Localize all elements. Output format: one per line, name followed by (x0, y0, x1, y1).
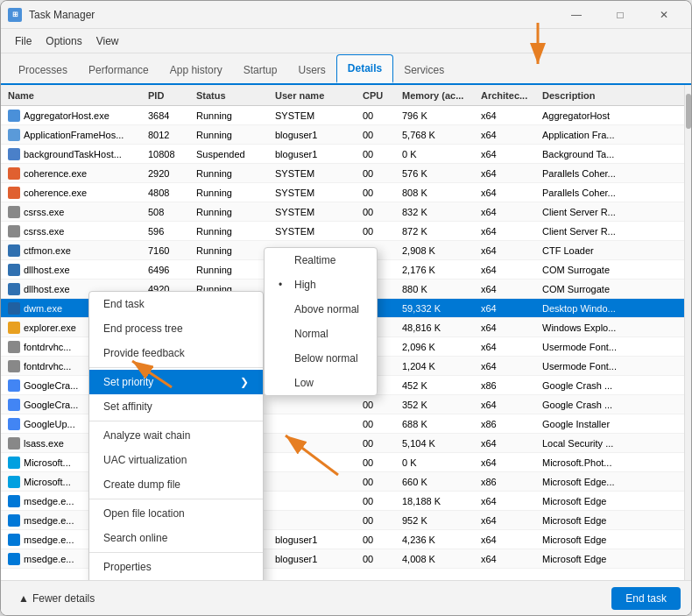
menu-bar: File Options View (1, 29, 691, 53)
process-name: ApplicationFrameHos... (4, 128, 145, 142)
menu-options[interactable]: Options (39, 32, 88, 51)
tab-app-history[interactable]: App history (159, 57, 233, 83)
process-name: csrss.exe (4, 224, 145, 238)
priority-realtime[interactable]: Realtime (265, 248, 377, 273)
priority-below-normal[interactable]: Below normal (265, 346, 377, 371)
ctx-open-file-location[interactable]: Open file location (89, 501, 263, 526)
process-arch: x64 (477, 399, 539, 411)
ctx-set-priority[interactable]: Set priority ❯ (89, 370, 263, 394)
ctx-set-affinity[interactable]: Set affinity (89, 394, 263, 419)
ctx-end-process-tree[interactable]: End process tree (89, 316, 263, 341)
table-row[interactable]: csrss.exe 508 Running SYSTEM 00 832 K x6… (1, 202, 691, 222)
process-arch: x86 (477, 379, 539, 392)
col-pid[interactable]: PID (145, 89, 193, 103)
col-cpu[interactable]: CPU (359, 89, 399, 103)
table-row[interactable]: coherence.exe 4808 Running SYSTEM 00 808… (1, 183, 691, 202)
tab-services[interactable]: Services (393, 57, 455, 83)
col-status[interactable]: Status (193, 89, 272, 103)
table-row[interactable]: csrss.exe 596 Running SYSTEM 00 872 K x6… (1, 222, 691, 241)
menu-file[interactable]: File (8, 32, 39, 51)
process-name: coherence.exe (4, 166, 145, 181)
process-memory: 660 K (399, 476, 477, 488)
process-pid: 2920 (145, 167, 193, 180)
process-name: AggregatorHost.exe (4, 109, 145, 123)
process-cpu: 00 (359, 553, 399, 565)
process-user (272, 520, 359, 521)
menu-view[interactable]: View (89, 32, 126, 51)
process-pid: 508 (145, 206, 193, 218)
priority-above-normal[interactable]: Above normal (265, 297, 377, 322)
process-memory: 872 K (399, 225, 477, 237)
scrollbar-thumb[interactable] (686, 94, 691, 129)
table-row[interactable]: AggregatorHost.exe 3684 Running SYSTEM 0… (1, 106, 691, 125)
ctx-go-to-services[interactable]: Go to service(s) (89, 579, 263, 580)
process-desc: Microsoft.Phot... (539, 457, 644, 469)
task-manager-window: ⊞ Task Manager — □ ✕ File Options View P… (0, 0, 692, 616)
priority-high[interactable]: • High (265, 273, 377, 297)
tab-details[interactable]: Details (336, 54, 393, 83)
process-user: SYSTEM (272, 225, 359, 237)
process-cpu: 00 (359, 148, 399, 160)
process-desc: Usermode Font... (539, 360, 644, 372)
col-name[interactable]: Name (4, 89, 145, 103)
end-task-button[interactable]: End task (611, 587, 681, 610)
col-memory[interactable]: Memory (ac... (399, 89, 477, 103)
process-user: SYSTEM (272, 187, 359, 199)
process-arch: x64 (477, 283, 539, 295)
process-user: SYSTEM (272, 167, 359, 180)
process-desc: Desktop Windo... (539, 302, 644, 315)
ctx-create-dump-file[interactable]: Create dump file (89, 472, 263, 497)
ctx-uac-virtualization[interactable]: UAC virtualization (89, 448, 263, 472)
table-row[interactable]: ApplicationFrameHos... 8012 Running blog… (1, 125, 691, 145)
process-pid: 10808 (145, 148, 193, 160)
process-status: Suspended (193, 148, 272, 160)
table-row[interactable]: backgroundTaskHost... 10808 Suspended bl… (1, 145, 691, 164)
process-status: Running (193, 167, 272, 180)
process-memory: 688 K (399, 418, 477, 430)
fewer-details-button[interactable]: ▲ Fewer details (11, 592, 102, 605)
priority-normal[interactable]: Normal (265, 322, 377, 346)
process-desc: Background Ta... (539, 148, 644, 160)
process-desc: Google Crash ... (539, 379, 644, 392)
col-username[interactable]: User name (272, 89, 359, 103)
process-cpu: 00 (359, 167, 399, 180)
process-arch: x64 (477, 457, 539, 469)
col-arch[interactable]: Architec... (477, 89, 539, 103)
process-pid: 8012 (145, 129, 193, 141)
process-cpu: 00 (359, 514, 399, 527)
process-memory: 2,908 K (399, 244, 477, 257)
minimize-button[interactable]: — (556, 2, 597, 28)
process-memory: 2,176 K (399, 264, 477, 276)
process-status: Running (193, 129, 272, 141)
process-memory: 880 K (399, 283, 477, 295)
col-desc[interactable]: Description (539, 89, 644, 103)
process-arch: x64 (477, 148, 539, 160)
close-button[interactable]: ✕ (644, 2, 684, 28)
ctx-end-task[interactable]: End task (89, 292, 263, 316)
table-row[interactable]: coherence.exe 2920 Running SYSTEM 00 576… (1, 164, 691, 183)
tab-startup[interactable]: Startup (233, 57, 288, 83)
ctx-properties[interactable]: Properties (89, 555, 263, 579)
process-status: Running (193, 225, 272, 237)
maximize-button[interactable]: □ (600, 2, 640, 28)
priority-low[interactable]: Low (265, 371, 377, 395)
process-memory: 48,816 K (399, 322, 477, 334)
process-user: bloguser1 (272, 148, 359, 160)
scrollbar-track[interactable] (684, 85, 691, 580)
process-desc: Local Security ... (539, 437, 644, 450)
ctx-search-online[interactable]: Search online (89, 526, 263, 550)
process-user: bloguser1 (272, 534, 359, 546)
tab-processes[interactable]: Processes (8, 57, 78, 83)
process-cpu: 00 (359, 437, 399, 450)
process-desc: Microsoft Edge (539, 534, 644, 546)
ctx-provide-feedback[interactable]: Provide feedback (89, 341, 263, 365)
ctx-analyze-wait-chain[interactable]: Analyze wait chain (89, 423, 263, 448)
process-memory: 808 K (399, 187, 477, 199)
process-user: bloguser1 (272, 129, 359, 141)
tab-performance[interactable]: Performance (78, 57, 159, 83)
tab-users[interactable]: Users (287, 57, 335, 83)
process-user: SYSTEM (272, 110, 359, 122)
process-memory: 1,204 K (399, 360, 477, 372)
process-memory: 576 K (399, 167, 477, 180)
process-desc: COM Surrogate (539, 264, 644, 276)
